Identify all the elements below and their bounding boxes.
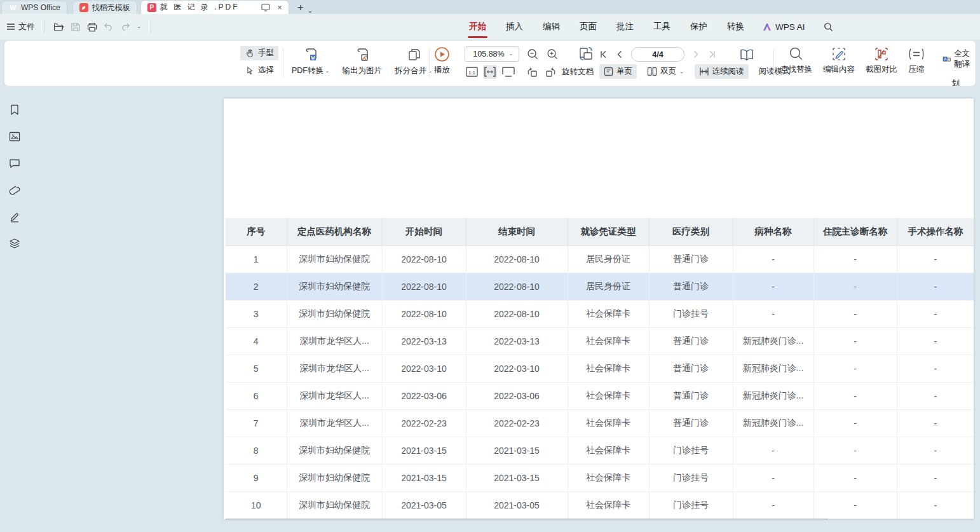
continuous-read-button[interactable]: 连续阅读	[695, 64, 749, 79]
table-header-row: 序号定点医药机构名称开始时间结束时间就诊凭证类型医疗类别病种名称住院主诊断名称手…	[226, 218, 974, 245]
rotate-pages-icon[interactable]	[578, 46, 594, 62]
rotate-left-icon[interactable]	[525, 65, 539, 79]
tab-label: 找稻壳模板	[92, 3, 130, 13]
undo-icon[interactable]	[104, 22, 114, 31]
table-cell: -	[813, 245, 897, 273]
table-cell: 门诊挂号	[649, 491, 733, 519]
signature-icon[interactable]	[8, 210, 21, 223]
select-tool-button[interactable]: 选择	[240, 63, 278, 78]
read-mode-icon[interactable]	[739, 48, 754, 62]
table-cell: -	[897, 273, 974, 300]
file-menu-button[interactable]: 文件	[6, 21, 35, 32]
fit-page-button[interactable]	[501, 65, 515, 79]
attachment-icon[interactable]	[8, 184, 21, 196]
export-image-button[interactable]: 输出为图片	[343, 46, 383, 76]
table-cell: -	[733, 300, 813, 327]
table-cell: 2021-03-15	[382, 464, 466, 491]
pdf-page: 序号定点医药机构名称开始时间结束时间就诊凭证类型医疗类别病种名称住院主诊断名称手…	[224, 99, 974, 519]
menu-tab-page[interactable]: 页面	[578, 15, 598, 39]
menu-tab-comment[interactable]: 批注	[615, 15, 635, 39]
page-indicator[interactable]	[639, 50, 677, 59]
tab-list-chevron-icon[interactable]: ⌄	[308, 7, 313, 14]
svg-text:1:1: 1:1	[468, 70, 475, 76]
open-file-icon[interactable]	[53, 22, 64, 32]
table-row: 3深圳市妇幼保健院2022-08-102022-08-10社会保障卡门诊挂号--…	[226, 300, 974, 327]
screen-share-icon[interactable]	[259, 1, 272, 14]
zoom-value[interactable]	[469, 50, 508, 58]
full-translate-button[interactable]: 全文翻译	[938, 46, 979, 72]
tab-docer-templates[interactable]: 找稻壳模板	[72, 1, 137, 14]
rotate-doc-label[interactable]: 旋转文档	[562, 67, 594, 78]
pdf-convert-icon	[303, 46, 319, 63]
previous-page-icon[interactable]	[616, 50, 622, 58]
table-cell: 2021-03-15	[382, 437, 466, 464]
full-translate-icon	[943, 54, 951, 64]
split-merge-icon	[405, 46, 422, 63]
table-cell: -	[897, 245, 974, 273]
table-cell: 普通门诊	[649, 327, 733, 355]
tab-document-pdf[interactable]: P 就 医 记 录 .PDF ×	[141, 1, 289, 14]
pdf-convert-button[interactable]: PDF转换⌄	[292, 46, 330, 76]
layers-icon[interactable]	[8, 237, 21, 250]
table-cell: -	[897, 409, 974, 437]
table-cell: -	[897, 382, 974, 409]
table-cell: 社会保障卡	[568, 409, 649, 437]
table-cell: 7	[226, 409, 287, 437]
table-row: 9深圳市妇幼保健院2021-03-152021-03-15社会保障卡门诊挂号--…	[226, 464, 974, 491]
table-cell: -	[733, 464, 813, 491]
divider	[773, 48, 774, 78]
hand-tool-button[interactable]: 手型	[240, 46, 278, 60]
table-cell: 深圳市龙华区人...	[287, 327, 382, 355]
actual-size-button[interactable]: 1:1	[465, 65, 479, 79]
single-page-button[interactable]: 单页	[599, 64, 637, 79]
fit-width-button[interactable]	[483, 65, 497, 79]
table-cell: 新冠肺炎门诊...	[733, 382, 813, 409]
menu-tab-convert[interactable]: 转换	[726, 15, 745, 39]
left-panel-rail	[0, 86, 29, 532]
continuous-read-label: 连续阅读	[712, 66, 744, 77]
table-cell: 3	[226, 300, 287, 327]
table-cell: -	[813, 300, 897, 327]
zoom-level-input[interactable]: ⌄	[465, 46, 519, 62]
next-page-icon[interactable]	[693, 50, 699, 58]
zoom-out-icon[interactable]	[527, 48, 539, 60]
split-merge-button[interactable]: 拆分合并⌄	[395, 46, 433, 76]
print-icon[interactable]	[87, 22, 97, 32]
search-icon[interactable]	[824, 22, 833, 32]
bookmark-icon[interactable]	[8, 104, 21, 116]
first-page-icon[interactable]	[599, 50, 608, 58]
rotate-right-icon[interactable]	[543, 65, 557, 79]
table-cell: -	[733, 273, 813, 300]
double-page-button[interactable]: 双页 ⌄	[643, 64, 689, 79]
play-button[interactable]: 播放	[434, 46, 450, 76]
table-cell: 2022-08-10	[382, 300, 466, 327]
divider	[151, 21, 151, 32]
new-tab-icon[interactable]: +	[297, 1, 304, 14]
menu-tab-edit[interactable]: 编辑	[541, 15, 561, 39]
column-header: 结束时间	[466, 218, 568, 245]
menu-tab-tools[interactable]: 工具	[652, 15, 672, 39]
close-tab-icon[interactable]: ×	[277, 3, 282, 12]
table-cell: 普通门诊	[649, 355, 733, 382]
wps-ai-button[interactable]: WPS AI	[763, 22, 805, 32]
zoom-in-icon[interactable]	[547, 48, 559, 60]
table-row: 10深圳市妇幼保健院2021-03-052021-03-05社会保障卡门诊挂号-…	[226, 491, 974, 519]
quickbar-chevron-icon[interactable]: ⌄	[137, 24, 142, 29]
chevron-down-icon[interactable]: ⌄	[508, 51, 514, 57]
page-number-input[interactable]	[631, 47, 684, 62]
last-page-icon[interactable]	[708, 50, 716, 58]
table-cell: -	[897, 491, 974, 519]
docer-logo-icon	[79, 3, 88, 12]
table-cell: -	[733, 437, 813, 464]
save-icon[interactable]	[71, 22, 81, 32]
thumbnails-icon[interactable]	[8, 130, 21, 143]
tab-wps-office[interactable]: W WPS Office	[1, 1, 67, 14]
export-image-label: 输出为图片	[343, 65, 383, 76]
table-cell: 2021-03-15	[466, 437, 568, 464]
menu-tab-home[interactable]: 开始	[468, 15, 487, 39]
comments-icon[interactable]	[8, 157, 21, 170]
menu-tab-insert[interactable]: 插入	[505, 15, 524, 39]
record-table-body: 1深圳市妇幼保健院2022-08-102022-08-10居民身份证普通门诊--…	[226, 245, 974, 519]
menu-tab-protect[interactable]: 保护	[689, 15, 709, 39]
redo-icon[interactable]	[120, 22, 130, 31]
